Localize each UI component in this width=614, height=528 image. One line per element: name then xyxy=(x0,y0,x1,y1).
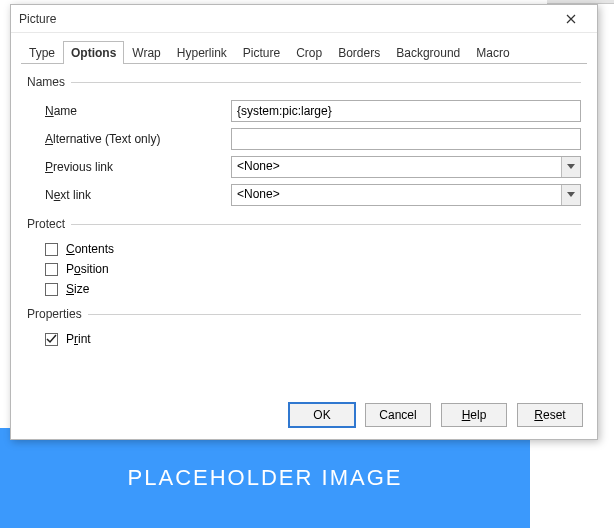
name-label: Name xyxy=(45,104,231,118)
previous-link-value: <None> xyxy=(232,157,561,177)
tab-wrap[interactable]: Wrap xyxy=(124,41,168,64)
checkbox-checked-icon xyxy=(45,333,58,346)
next-link-label: Next link xyxy=(45,188,231,202)
placeholder-label: PLACEHOLDER IMAGE xyxy=(128,465,403,491)
tab-hyperlink[interactable]: Hyperlink xyxy=(169,41,235,64)
group-protect-title: Protect xyxy=(27,217,71,231)
alternative-input[interactable] xyxy=(231,128,581,150)
tab-picture[interactable]: Picture xyxy=(235,41,288,64)
dialog-title: Picture xyxy=(19,12,549,26)
tab-options[interactable]: Options xyxy=(63,41,124,64)
close-button[interactable] xyxy=(549,7,593,31)
tab-type[interactable]: Type xyxy=(21,41,63,64)
divider xyxy=(71,82,581,83)
next-link-value: <None> xyxy=(232,185,561,205)
reset-button[interactable]: Reset xyxy=(517,403,583,427)
group-names-title: Names xyxy=(27,75,71,89)
alternative-label: Alternative (Text only) xyxy=(45,132,231,146)
cancel-button[interactable]: Cancel xyxy=(365,403,431,427)
tab-borders[interactable]: Borders xyxy=(330,41,388,64)
help-button[interactable]: Help xyxy=(441,403,507,427)
position-checkbox-row[interactable]: Position xyxy=(27,259,581,279)
picture-dialog: Picture Type Options Wrap Hyperlink Pict… xyxy=(10,4,598,440)
previous-link-select[interactable]: <None> xyxy=(231,156,581,178)
background-placeholder: PLACEHOLDER IMAGE xyxy=(0,428,530,528)
position-label: Position xyxy=(66,262,109,276)
group-names: Names Name Alternative (Text only) Previ… xyxy=(27,75,581,209)
next-link-select[interactable]: <None> xyxy=(231,184,581,206)
print-checkbox-row[interactable]: Print xyxy=(27,329,581,349)
print-label: Print xyxy=(66,332,91,346)
titlebar: Picture xyxy=(11,5,597,33)
content-area: Names Name Alternative (Text only) Previ… xyxy=(11,65,597,391)
close-icon xyxy=(566,14,576,24)
tabbar: Type Options Wrap Hyperlink Picture Crop… xyxy=(11,33,597,64)
chevron-down-icon xyxy=(561,157,580,177)
group-properties-title: Properties xyxy=(27,307,88,321)
contents-label: Contents xyxy=(66,242,114,256)
divider xyxy=(71,224,581,225)
checkbox-icon xyxy=(45,283,58,296)
chevron-down-icon xyxy=(561,185,580,205)
divider xyxy=(88,314,581,315)
checkbox-icon xyxy=(45,243,58,256)
checkbox-icon xyxy=(45,263,58,276)
tab-macro[interactable]: Macro xyxy=(468,41,517,64)
previous-link-label: Previous link xyxy=(45,160,231,174)
tab-crop[interactable]: Crop xyxy=(288,41,330,64)
group-properties: Properties Print xyxy=(27,307,581,349)
ok-button[interactable]: OK xyxy=(289,403,355,427)
name-input[interactable] xyxy=(231,100,581,122)
button-bar: OK Cancel Help Reset xyxy=(11,391,597,439)
tab-background[interactable]: Background xyxy=(388,41,468,64)
size-checkbox-row[interactable]: Size xyxy=(27,279,581,299)
group-protect: Protect Contents Position Size xyxy=(27,217,581,299)
contents-checkbox-row[interactable]: Contents xyxy=(27,239,581,259)
size-label: Size xyxy=(66,282,89,296)
